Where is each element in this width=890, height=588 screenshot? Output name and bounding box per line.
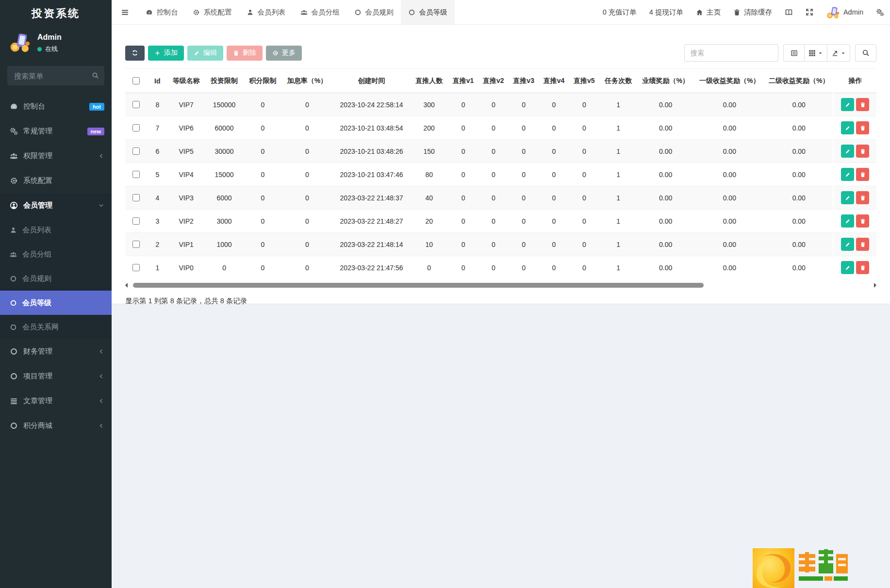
row-checkbox[interactable]: [132, 171, 140, 178]
delete-row-button[interactable]: [856, 261, 869, 274]
cell-invest-limit: 6000: [204, 186, 244, 210]
edit-row-button[interactable]: [841, 191, 854, 204]
tab-member-rule[interactable]: 会员规则: [347, 0, 401, 24]
sidebar-item-article[interactable]: 文章管理: [0, 389, 112, 413]
hamburger-menu-icon[interactable]: [112, 8, 138, 16]
cell-level2-reward: 0.00: [765, 116, 834, 140]
row-checkbox[interactable]: [132, 147, 140, 155]
row-checkbox[interactable]: [132, 217, 140, 225]
add-button[interactable]: 添加: [148, 46, 184, 61]
column-header[interactable]: 直推v3: [509, 69, 539, 93]
pencil-icon: [845, 102, 851, 108]
column-header[interactable]: 直推人数: [410, 69, 448, 93]
column-header[interactable]: 一级收益奖励（%）: [694, 69, 765, 93]
docs-icon[interactable]: [785, 8, 793, 16]
member-level-panel: 添加 编辑 删除 更多 Id等级名称投资限制积分限制加息率（%）创建时间直推人数…: [112, 24, 890, 304]
sidebar-item-sysconfig[interactable]: 系统配置: [0, 168, 112, 193]
sidebar-item-general[interactable]: 常规管理new: [0, 119, 112, 144]
scrollbar-thumb[interactable]: [133, 283, 704, 288]
delete-button[interactable]: 删除: [227, 46, 263, 61]
menu-search-input[interactable]: [7, 66, 104, 85]
sidebar-item-member-network[interactable]: 会员关系网: [0, 315, 112, 339]
cell-level-name: VIP0: [168, 256, 204, 279]
search-button[interactable]: [855, 44, 876, 62]
sidebar-item-member-list[interactable]: 会员列表: [0, 218, 112, 242]
sidebar-item-member[interactable]: 会员管理: [0, 193, 112, 218]
sidebar-item-member-level[interactable]: 会员等级: [0, 291, 112, 315]
column-header[interactable]: 等级名称: [168, 69, 204, 93]
edit-row-button[interactable]: [841, 238, 854, 251]
pencil-icon: [845, 265, 851, 271]
column-header[interactable]: 任务次数: [599, 69, 637, 93]
columns-button[interactable]: [804, 44, 827, 62]
column-header[interactable]: 二级收益奖励（%）: [765, 69, 834, 93]
column-header[interactable]: 直推v5: [569, 69, 599, 93]
refresh-button[interactable]: [125, 46, 145, 61]
delete-row-button[interactable]: [856, 191, 869, 204]
cell-direct-v3: 0: [509, 116, 539, 140]
delete-row-button[interactable]: [856, 121, 869, 134]
cell-direct-v4: 0: [539, 210, 569, 233]
table-search-input[interactable]: [684, 44, 778, 62]
sidebar-item-points-mall[interactable]: 积分商城: [0, 413, 112, 438]
column-header[interactable]: 加息率（%）: [281, 69, 333, 93]
tab-member-level[interactable]: 会员等级: [401, 0, 455, 24]
column-header[interactable]: 直推v4: [539, 69, 569, 93]
detail-view-button[interactable]: [783, 44, 805, 62]
tab-member-list[interactable]: 会员列表: [239, 0, 293, 24]
fullscreen-icon[interactable]: [806, 8, 813, 16]
list-icon: [10, 397, 18, 405]
edit-row-button[interactable]: [841, 145, 854, 158]
sidebar-item-member-rule[interactable]: 会员规则: [0, 266, 112, 291]
sidebar-item-auth[interactable]: 权限管理: [0, 144, 112, 168]
column-header[interactable]: 操作: [833, 69, 876, 93]
cell-invest-limit: 1000: [204, 233, 244, 256]
sidebar-item-finance[interactable]: 财务管理: [0, 339, 112, 364]
delete-row-button[interactable]: [856, 168, 869, 181]
column-header[interactable]: 投资限制: [204, 69, 244, 93]
row-checkbox[interactable]: [132, 101, 140, 108]
scroll-right-arrow[interactable]: [874, 283, 876, 288]
row-checkbox[interactable]: [132, 124, 140, 131]
sidebar-item-project[interactable]: 项目管理: [0, 364, 112, 389]
row-checkbox[interactable]: [132, 241, 140, 248]
delete-row-button[interactable]: [856, 98, 869, 111]
admin-menu[interactable]: Admin: [826, 5, 863, 19]
trash-icon: [860, 125, 866, 131]
sidebar-item-member-group[interactable]: 会员分组: [0, 242, 112, 266]
scroll-left-arrow[interactable]: [125, 283, 128, 288]
delete-row-button[interactable]: [856, 238, 869, 251]
export-button[interactable]: [827, 44, 850, 62]
cell-task-count: 1: [599, 93, 637, 116]
clear-cache-link[interactable]: 清除缓存: [733, 8, 772, 17]
settings-gears-icon[interactable]: [876, 8, 884, 16]
edit-button[interactable]: 编辑: [187, 46, 223, 61]
withdraw-orders-link[interactable]: 4 提现订单: [649, 8, 683, 17]
delete-row-button[interactable]: [856, 214, 869, 228]
row-checkbox[interactable]: [132, 264, 140, 271]
column-header[interactable]: 直推v1: [448, 69, 478, 93]
more-button[interactable]: 更多: [266, 46, 302, 61]
sidebar-item-label: 会员等级: [22, 298, 104, 308]
tab-member-group[interactable]: 会员分组: [293, 0, 347, 24]
edit-row-button[interactable]: [841, 98, 854, 111]
table-wrap: Id等级名称投资限制积分限制加息率（%）创建时间直推人数直推v1直推v2直推v3…: [125, 68, 876, 279]
edit-row-button[interactable]: [841, 121, 854, 134]
tab-console[interactable]: 控制台: [138, 0, 185, 24]
home-link[interactable]: 主页: [696, 8, 721, 17]
select-all-checkbox[interactable]: [132, 77, 140, 84]
row-checkbox[interactable]: [132, 194, 140, 201]
delete-row-button[interactable]: [856, 145, 869, 158]
recharge-orders-link[interactable]: 0 充值订单: [603, 8, 637, 17]
edit-row-button[interactable]: [841, 168, 854, 181]
column-header[interactable]: 直推v2: [478, 69, 509, 93]
column-header[interactable]: Id: [147, 69, 168, 93]
edit-row-button[interactable]: [841, 214, 854, 228]
sidebar-item-console[interactable]: 控制台hot: [0, 94, 112, 119]
row-actions: [833, 163, 876, 186]
column-header[interactable]: 创建时间: [333, 69, 410, 93]
tab-sysconfig[interactable]: 系统配置: [185, 0, 239, 24]
column-header[interactable]: 积分限制: [244, 69, 281, 93]
column-header[interactable]: 业绩奖励（%）: [637, 69, 694, 93]
edit-row-button[interactable]: [841, 261, 854, 274]
